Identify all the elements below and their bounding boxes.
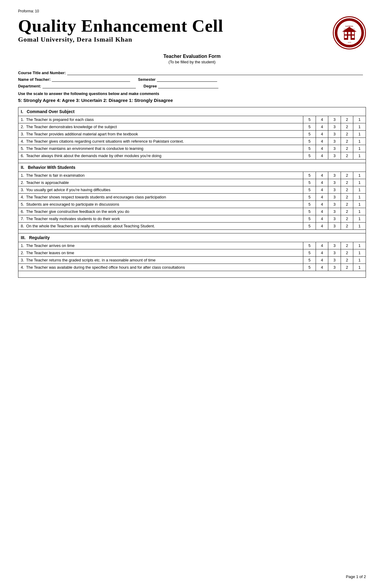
- section-header-I: I. Command Over Subject: [18, 107, 366, 116]
- rating-cell-3[interactable]: 3: [328, 208, 341, 215]
- rating-cell-5[interactable]: 5: [303, 145, 316, 152]
- rating-cell-1[interactable]: 1: [353, 131, 366, 138]
- rating-cell-5[interactable]: 5: [303, 152, 316, 160]
- rating-cell-5[interactable]: 5: [303, 208, 316, 215]
- rating-cell-4[interactable]: 4: [316, 179, 328, 186]
- rating-cell-2[interactable]: 2: [341, 201, 353, 208]
- rating-cell-5[interactable]: 5: [303, 242, 316, 249]
- rating-cell-5[interactable]: 5: [303, 194, 316, 201]
- course-title-line[interactable]: [67, 70, 363, 75]
- rating-cell-3[interactable]: 3: [328, 116, 341, 123]
- rating-cell-2[interactable]: 2: [341, 179, 353, 186]
- rating-cell-1[interactable]: 1: [353, 152, 366, 160]
- rating-cell-1[interactable]: 1: [353, 186, 366, 194]
- rating-cell-4[interactable]: 4: [316, 172, 328, 179]
- rating-cell-5[interactable]: 5: [303, 201, 316, 208]
- rating-cell-4[interactable]: 4: [316, 208, 328, 215]
- rating-cell-2[interactable]: 2: [341, 152, 353, 160]
- rating-cell-3[interactable]: 3: [328, 242, 341, 249]
- instruction-text: Use the scale to answer the following qu…: [18, 91, 366, 96]
- rating-cell-3[interactable]: 3: [328, 223, 341, 230]
- rating-cell-3[interactable]: 3: [328, 179, 341, 186]
- rating-cell-3[interactable]: 3: [328, 257, 341, 264]
- rating-cell-4[interactable]: 4: [316, 264, 328, 271]
- rating-cell-4[interactable]: 4: [316, 223, 328, 230]
- rating-cell-1[interactable]: 1: [353, 116, 366, 123]
- rating-cell-4[interactable]: 4: [316, 194, 328, 201]
- rating-cell-5[interactable]: 5: [303, 215, 316, 223]
- rating-cell-4[interactable]: 4: [316, 242, 328, 249]
- teacher-name-line[interactable]: [52, 76, 130, 82]
- rating-cell-5[interactable]: 5: [303, 249, 316, 257]
- rating-cell-4[interactable]: 4: [316, 116, 328, 123]
- rating-cell-1[interactable]: 1: [353, 145, 366, 152]
- rating-cell-1[interactable]: 1: [353, 208, 366, 215]
- rating-cell-4[interactable]: 4: [316, 215, 328, 223]
- rating-cell-2[interactable]: 2: [341, 138, 353, 145]
- rating-cell-1[interactable]: 1: [353, 249, 366, 257]
- rating-cell-3[interactable]: 3: [328, 152, 341, 160]
- rating-cell-2[interactable]: 2: [341, 172, 353, 179]
- header-section: Quality Enhancement Cell Gomal Universit…: [18, 16, 366, 49]
- rating-cell-1[interactable]: 1: [353, 123, 366, 131]
- rating-cell-2[interactable]: 2: [341, 242, 353, 249]
- rating-cell-4[interactable]: 4: [316, 201, 328, 208]
- rating-cell-3[interactable]: 3: [328, 123, 341, 131]
- rating-cell-5[interactable]: 5: [303, 179, 316, 186]
- rating-cell-5[interactable]: 5: [303, 172, 316, 179]
- rating-cell-5[interactable]: 5: [303, 131, 316, 138]
- rating-cell-2[interactable]: 2: [341, 116, 353, 123]
- rating-cell-2[interactable]: 2: [341, 194, 353, 201]
- rating-cell-2[interactable]: 2: [341, 123, 353, 131]
- rating-cell-3[interactable]: 3: [328, 186, 341, 194]
- rating-cell-4[interactable]: 4: [316, 152, 328, 160]
- rating-cell-4[interactable]: 4: [316, 138, 328, 145]
- rating-cell-5[interactable]: 5: [303, 116, 316, 123]
- rating-cell-2[interactable]: 2: [341, 249, 353, 257]
- rating-cell-4[interactable]: 4: [316, 145, 328, 152]
- rating-cell-4[interactable]: 4: [316, 131, 328, 138]
- rating-cell-3[interactable]: 3: [328, 264, 341, 271]
- rating-cell-5[interactable]: 5: [303, 223, 316, 230]
- semester-line[interactable]: [157, 76, 217, 82]
- rating-cell-1[interactable]: 1: [353, 194, 366, 201]
- rating-cell-1[interactable]: 1: [353, 215, 366, 223]
- rating-cell-4[interactable]: 4: [316, 123, 328, 131]
- rating-cell-3[interactable]: 3: [328, 138, 341, 145]
- rating-cell-5[interactable]: 5: [303, 257, 316, 264]
- rating-cell-3[interactable]: 3: [328, 215, 341, 223]
- rating-cell-2[interactable]: 2: [341, 208, 353, 215]
- rating-cell-4[interactable]: 4: [316, 257, 328, 264]
- rating-cell-2[interactable]: 2: [341, 131, 353, 138]
- header-text: Quality Enhancement Cell Gomal Universit…: [18, 16, 333, 43]
- rating-cell-1[interactable]: 1: [353, 179, 366, 186]
- rating-cell-2[interactable]: 2: [341, 257, 353, 264]
- rating-cell-1[interactable]: 1: [353, 172, 366, 179]
- degree-line[interactable]: [158, 83, 218, 88]
- rating-cell-1[interactable]: 1: [353, 257, 366, 264]
- department-line[interactable]: [42, 83, 136, 88]
- rating-cell-1[interactable]: 1: [353, 264, 366, 271]
- rating-cell-5[interactable]: 5: [303, 264, 316, 271]
- rating-cell-1[interactable]: 1: [353, 242, 366, 249]
- rating-cell-2[interactable]: 2: [341, 215, 353, 223]
- rating-cell-5[interactable]: 5: [303, 123, 316, 131]
- rating-cell-2[interactable]: 2: [341, 145, 353, 152]
- rating-cell-3[interactable]: 3: [328, 172, 341, 179]
- rating-cell-3[interactable]: 3: [328, 194, 341, 201]
- rating-cell-3[interactable]: 3: [328, 145, 341, 152]
- rating-cell-5[interactable]: 5: [303, 138, 316, 145]
- rating-cell-4[interactable]: 4: [316, 249, 328, 257]
- rating-cell-3[interactable]: 3: [328, 201, 341, 208]
- rating-cell-2[interactable]: 2: [341, 264, 353, 271]
- rating-cell-5[interactable]: 5: [303, 186, 316, 194]
- rating-cell-3[interactable]: 3: [328, 131, 341, 138]
- rating-cell-1[interactable]: 1: [353, 138, 366, 145]
- rating-cell-3[interactable]: 3: [328, 249, 341, 257]
- rating-cell-4[interactable]: 4: [316, 186, 328, 194]
- rating-cell-2[interactable]: 2: [341, 186, 353, 194]
- rating-cell-2[interactable]: 2: [341, 223, 353, 230]
- rating-cell-1[interactable]: 1: [353, 223, 366, 230]
- rating-cell-1[interactable]: 1: [353, 201, 366, 208]
- question-cell: 5. The Teacher maintains an environment …: [18, 145, 303, 152]
